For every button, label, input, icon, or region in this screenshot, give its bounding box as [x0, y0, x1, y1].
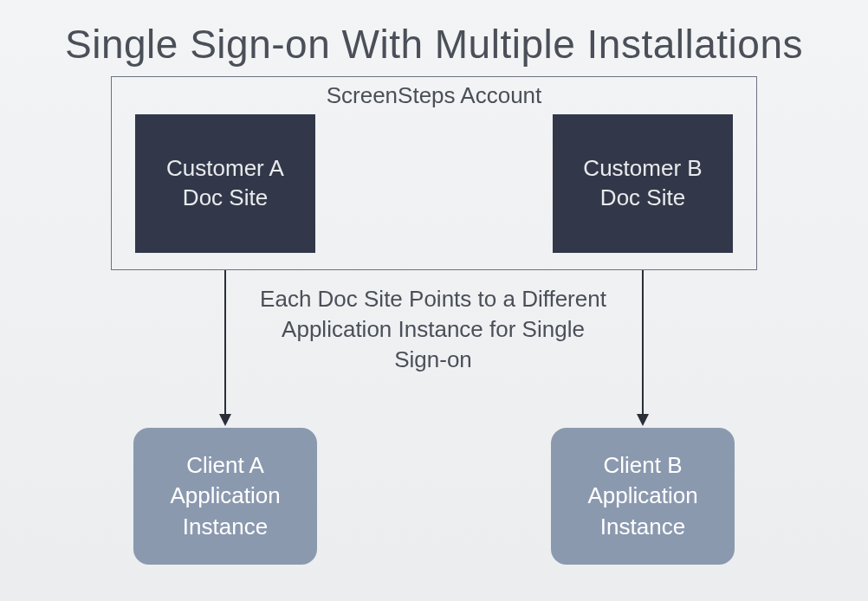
doc-site-b-label: Customer BDoc Site — [583, 154, 702, 213]
arrow-a-head-icon — [219, 414, 231, 426]
doc-site-b-box: Customer BDoc Site — [553, 114, 733, 253]
doc-site-a-label: Customer ADoc Site — [166, 154, 284, 213]
arrow-a-line — [224, 270, 226, 416]
arrow-b-head-icon — [637, 414, 649, 426]
account-label: ScreenSteps Account — [112, 82, 756, 109]
arrow-b-line — [642, 270, 644, 416]
app-instance-a-label: Client AApplicationInstance — [170, 450, 280, 541]
middle-description: Each Doc Site Points to a Different Appl… — [260, 284, 606, 375]
app-instance-a-box: Client AApplicationInstance — [133, 428, 317, 565]
app-instance-b-label: Client BApplicationInstance — [587, 450, 697, 541]
doc-site-a-box: Customer ADoc Site — [135, 114, 315, 253]
app-instance-b-box: Client BApplicationInstance — [551, 428, 735, 565]
diagram-title: Single Sign-on With Multiple Installatio… — [0, 0, 868, 68]
